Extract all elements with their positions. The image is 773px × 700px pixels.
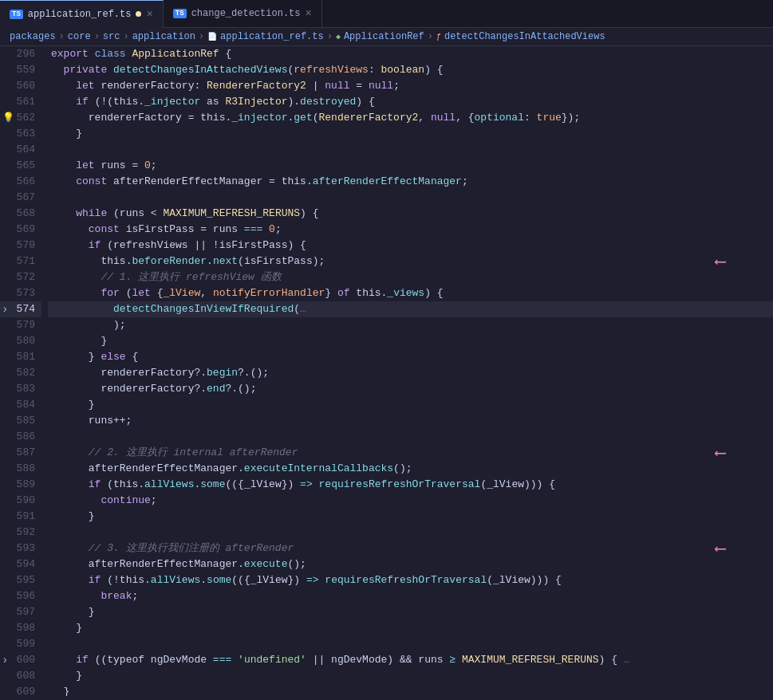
breadcrumb-packages[interactable]: packages	[10, 31, 56, 42]
tab-bar: TS application_ref.ts × TS change_detect…	[0, 0, 773, 28]
line-number-572: 572	[0, 269, 41, 285]
breadcrumb-file[interactable]: application_ref.ts	[220, 31, 324, 42]
breadcrumb: packages › core › src › application › 📄 …	[0, 28, 773, 46]
breadcrumb-fn-icon: ƒ	[436, 33, 441, 41]
code-line-599	[48, 636, 773, 652]
tab-label: application_ref.ts	[28, 9, 132, 20]
line-number-563: 563	[0, 126, 41, 142]
editor-body: 296559560561💡562563564565566567568569570…	[0, 46, 773, 696]
code-line-562: rendererFactory = this._injector.get(Ren…	[48, 110, 773, 126]
code-line-572: // 1. 这里执行 refreshView 函数	[48, 269, 773, 285]
tab-close-button[interactable]: ×	[305, 8, 311, 19]
ts-icon: TS	[10, 10, 23, 19]
breadcrumb-application[interactable]: application	[132, 31, 195, 42]
code-line-597: }	[48, 604, 773, 620]
code-line-559: private detectChangesInAttachedViews(ref…	[48, 62, 773, 78]
line-numbers: 296559560561💡562563564565566567568569570…	[0, 46, 41, 696]
line-number-569: 569	[0, 222, 41, 238]
tab-close-button[interactable]: ×	[146, 9, 152, 20]
code-line-594: afterRenderEffectManager.execute();	[48, 556, 773, 572]
code-line-600: if ((typeof ngDevMode === 'undefined' ||…	[48, 652, 773, 668]
code-line-596: break;	[48, 588, 773, 604]
line-number-608: 608	[0, 668, 41, 684]
code-line-565: let runs = 0;	[48, 158, 773, 174]
line-number-609: 609	[0, 684, 41, 696]
line-number-599: 599	[0, 636, 41, 652]
breadcrumb-class-icon: ◈	[336, 32, 341, 41]
line-number-598: 598	[0, 620, 41, 636]
line-number-592: 592	[0, 525, 41, 541]
code-line-570: if (refreshViews || !isFirstPass) {	[48, 238, 773, 254]
line-number-567: 567	[0, 190, 41, 206]
line-number-590: 590	[0, 493, 41, 509]
code-line-593: // 3. 这里执行我们注册的 afterRender⟵	[48, 541, 773, 556]
code-line-563: }	[48, 126, 773, 142]
code-line-583: rendererFactory?.end?.();	[48, 381, 773, 397]
line-number-594: 594	[0, 556, 41, 572]
red-arrow-annotation: ⟵	[716, 254, 725, 270]
code-line-560: let rendererFactory: RendererFactory2 | …	[48, 78, 773, 94]
collapse-arrow-icon[interactable]: ›	[2, 652, 8, 668]
code-line-574: detectChangesInViewIfRequired(…	[48, 301, 773, 317]
line-number-600: ›600	[0, 652, 41, 668]
code-line-608: }	[48, 668, 773, 684]
breadcrumb-file-icon: 📄	[207, 32, 217, 41]
code-line-587: // 2. 这里执行 internal afterRender⟵	[48, 445, 773, 461]
ts-icon: TS	[173, 9, 187, 18]
line-number-570: 570	[0, 238, 41, 254]
code-line-296: export class ApplicationRef {	[48, 46, 773, 62]
red-arrow-annotation: ⟵	[716, 446, 725, 462]
code-line-588: afterRenderEffectManager.executeInternal…	[48, 461, 773, 477]
code-line-569: const isFirstPass = runs === 0;	[48, 222, 773, 238]
line-number-588: 588	[0, 461, 41, 477]
line-number-591: 591	[0, 509, 41, 525]
line-number-581: 581	[0, 349, 41, 365]
code-line-579: );	[48, 317, 773, 333]
line-number-565: 565	[0, 158, 41, 174]
tab-change-detection[interactable]: TS change_detection.ts ×	[164, 0, 322, 28]
line-number-582: 582	[0, 365, 41, 381]
line-number-580: 580	[0, 333, 41, 349]
line-number-562: 💡562	[0, 110, 41, 126]
breadcrumb-class[interactable]: ApplicationRef	[344, 31, 424, 42]
tab-application-ref[interactable]: TS application_ref.ts ×	[0, 0, 164, 28]
code-line-568: while (runs < MAXIMUM_REFRESH_RERUNS) {	[48, 206, 773, 222]
breadcrumb-src[interactable]: src	[103, 31, 120, 42]
code-line-573: for (let {_lView, notifyErrorHandler} of…	[48, 285, 773, 301]
code-line-567	[48, 190, 773, 206]
line-number-596: 596	[0, 588, 41, 604]
code-line-591: }	[48, 509, 773, 525]
line-number-573: 573	[0, 285, 41, 301]
code-line-571: this.beforeRender.next(isFirstPass);⟵	[48, 254, 773, 269]
breadcrumb-method[interactable]: detectChangesInAttachedViews	[444, 31, 605, 42]
code-line-592	[48, 525, 773, 541]
line-number-597: 597	[0, 604, 41, 620]
tab-label: change_detection.ts	[191, 8, 301, 19]
code-line-598: }	[48, 620, 773, 636]
line-number-568: 568	[0, 206, 41, 222]
line-number-574: ›574	[0, 301, 41, 317]
code-area[interactable]: export class ApplicationRef { private de…	[41, 46, 773, 696]
code-line-564	[48, 142, 773, 158]
code-line-566: const afterRenderEffectManager = this.af…	[48, 174, 773, 190]
line-number-595: 595	[0, 572, 41, 588]
lightbulb-icon[interactable]: 💡	[2, 110, 14, 126]
line-number-579: 579	[0, 317, 41, 333]
line-number-583: 583	[0, 381, 41, 397]
line-number-560: 560	[0, 78, 41, 94]
code-line-585: runs++;	[48, 413, 773, 429]
code-line-586	[48, 429, 773, 445]
code-line-582: rendererFactory?.begin?.();	[48, 365, 773, 381]
breadcrumb-core[interactable]: core	[68, 31, 91, 42]
collapse-arrow-icon[interactable]: ›	[2, 301, 8, 317]
line-number-561: 561	[0, 94, 41, 110]
code-line-584: }	[48, 397, 773, 413]
line-number-564: 564	[0, 142, 41, 158]
line-number-589: 589	[0, 477, 41, 493]
line-number-587: 587	[0, 445, 41, 461]
modified-dot	[136, 11, 141, 17]
line-number-593: 593	[0, 541, 41, 556]
line-number-586: 586	[0, 429, 41, 445]
code-line-581: } else {	[48, 349, 773, 365]
red-arrow-annotation: ⟵	[716, 541, 725, 557]
